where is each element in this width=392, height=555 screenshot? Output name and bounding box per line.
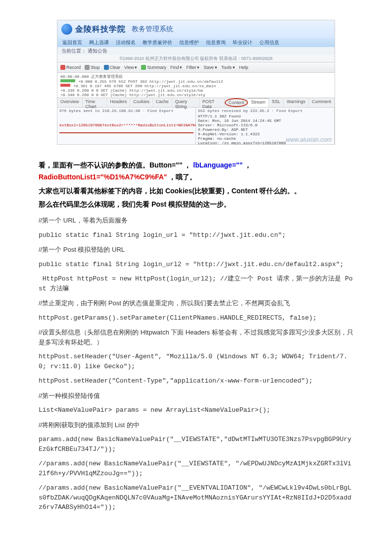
save-button[interactable]: Save ▾	[203, 65, 217, 70]
paragraph-1: 看，里面有一些不认识的参数的值。Button="" ， lbLanguage="…	[39, 160, 353, 183]
tools-button[interactable]: Tools ▾	[221, 65, 235, 70]
nav-row: 返回首页 网上选课 活动报名 教学质量评价 信息维护 信息查询 毕业设计 公用信…	[57, 38, 335, 47]
view-button[interactable]: View ▾	[124, 65, 137, 70]
nav-item[interactable]: 教学质量评价	[143, 39, 172, 46]
code-comment: //设置头部信息（头部信息在刚刚的 Httpwatch 下面 Headers 标…	[39, 328, 353, 347]
find-button[interactable]: Find ▾	[170, 65, 183, 70]
tab-overview[interactable]: Overview	[57, 98, 83, 107]
help-button[interactable]: Help	[239, 65, 248, 70]
code-line: httpPost.setHeader("Content-Type","appli…	[39, 376, 353, 386]
code-comment: //第一个 URL，等着为后面服务	[39, 216, 353, 225]
grid-row: +0.000 0.255 676 552 POST 302 http://jwx…	[60, 79, 332, 84]
code-line: httpPost.getParams().setParameter(Client…	[39, 313, 353, 323]
request-grid: 00:00:00.000 正方教务管理系统 +0.000 0.255 676 5…	[57, 73, 335, 98]
tab-timechart[interactable]: Time Chart	[83, 98, 107, 107]
watermark: www.aiuxian.com	[286, 136, 332, 143]
nav-item[interactable]: 返回首页	[62, 39, 82, 46]
app-header: 金陵科技学院 教务管理系统	[57, 20, 335, 38]
app-subtitle: 教务管理系统	[132, 25, 173, 34]
detail-tabs: Overview Time Chart Headers Cookies Cach…	[57, 98, 335, 108]
copyright: ©1999-2010 杭州正方软件股份有限公司 版权所有 联系电话：0571-8…	[57, 55, 335, 62]
httpwatch-toolbar: Record Stop Clear View ▾ Summary Find ▾ …	[57, 62, 335, 73]
clear-icon	[104, 65, 109, 70]
tab-querystring[interactable]: Query String	[172, 98, 199, 107]
breadcrumb: 当前位置： 通知公告	[57, 47, 335, 55]
paragraph-2: 大家也可以看看其他标签下的内容，比如 Cookies(比较重要)，Content…	[39, 185, 353, 197]
record-button[interactable]: Record	[60, 65, 81, 70]
tab-cookies[interactable]: Cookies	[130, 98, 153, 107]
tab-warnings[interactable]: Warnings	[284, 98, 309, 107]
code-line: List<NameValuePair> params = new ArrayLi…	[39, 405, 353, 415]
grid-row: +0.336 0.260 0 0 GET (Cache) http://jwxt…	[60, 88, 332, 93]
stream-sent-body: extBox1=120510700&TextBox2=******RadioBu…	[59, 123, 194, 127]
code-comment: //第一种模拟登陆传值	[39, 391, 353, 401]
sent-pane: 676 bytes sent to 210.28.190.81:80 · Fin…	[57, 108, 196, 145]
nav-item[interactable]: 网上选课	[89, 39, 109, 46]
summary-button[interactable]: Summary	[141, 65, 166, 70]
tab-stream[interactable]: Stream	[248, 98, 269, 107]
filter-button[interactable]: Filter ▾	[186, 65, 199, 70]
tab-headers[interactable]: Headers	[107, 98, 130, 107]
code-line: //params.add(new BasicNameValuePair("__E…	[39, 483, 353, 512]
clear-button[interactable]: Clear	[104, 65, 121, 70]
summary-icon	[141, 65, 146, 70]
tab-content[interactable]: Content	[225, 98, 248, 107]
code-comment: //第一个 Post 模拟登陆的 URL	[39, 245, 353, 255]
record-icon	[60, 65, 65, 70]
code-line: httpPost.setHeader("User-Agent", "Mozill…	[39, 352, 353, 371]
app-title: 金陵科技学院	[75, 24, 126, 35]
code-line: public static final String login_url2 = …	[39, 260, 353, 270]
nav-item[interactable]: 信息查询	[206, 39, 226, 46]
nav-item[interactable]: 活动报名	[116, 39, 136, 46]
nav-item[interactable]: 毕业设计	[233, 39, 252, 46]
code-comment: //将刚刚获取到的值添加到 List 的中	[39, 420, 353, 430]
stop-icon	[85, 65, 90, 70]
grid-title: 00:00:00.000 正方教务管理系统	[60, 74, 332, 79]
code-line: public static final String login_url = "…	[39, 230, 353, 240]
grid-row: +0.301 0.197 465 8706 GET 200 http://jwx…	[60, 84, 332, 88]
code-line: //params.add(new BasicNameValuePair("__V…	[39, 459, 353, 478]
nav-item[interactable]: 信息维护	[179, 39, 199, 46]
tab-cache[interactable]: Cache	[153, 98, 172, 107]
college-logo-icon	[61, 24, 72, 35]
grid-row: +0.340 0.260 0 0 GET (Cache) http://jwxt…	[60, 93, 332, 97]
httpwatch-screenshot: 金陵科技学院 教务管理系统 返回首页 网上选课 活动报名 教学质量评价 信息维护…	[57, 20, 335, 145]
paragraph-3: 那么在代码里怎么体现呢，我们先看 Post 模拟登陆的这一步。	[39, 199, 353, 211]
tab-ssl[interactable]: SSL	[269, 98, 284, 107]
tab-comment[interactable]: Comment	[309, 98, 335, 107]
code-comment: //禁止重定向，由于刚刚 Post 的状态值是重定向，所以我们要去禁止它，不然网…	[39, 298, 353, 308]
red-annotation-line	[59, 127, 194, 133]
nav-item[interactable]: 公用信息	[259, 39, 279, 46]
stop-button[interactable]: Stop	[85, 65, 100, 70]
tab-postdata[interactable]: POST Data	[199, 98, 225, 107]
code-line: params.add(new BasicNameValuePair("__VIE…	[39, 435, 353, 454]
code-line: HttpPost httpPost = new HttpPost(login_u…	[39, 274, 353, 293]
